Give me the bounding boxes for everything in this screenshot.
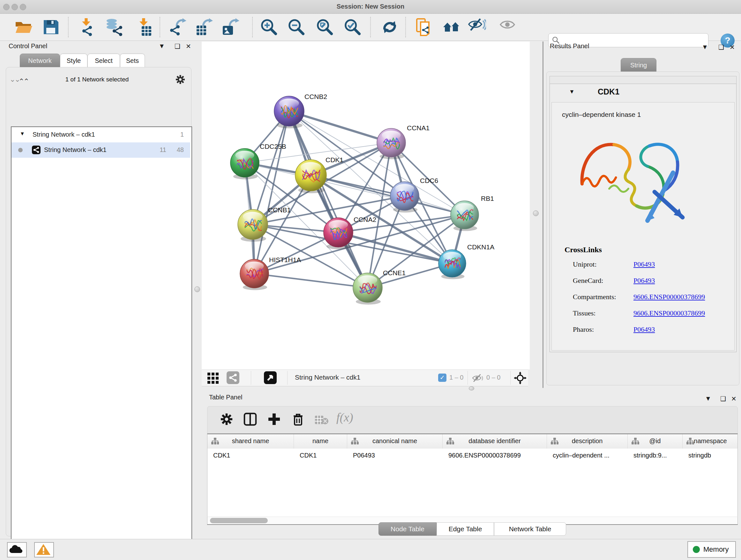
zoom-selected-button[interactable] [344, 18, 361, 36]
copy-documents-button[interactable] [415, 18, 433, 36]
hide-selected-button[interactable] [468, 18, 486, 36]
delete-column-trash-icon[interactable] [291, 412, 305, 426]
right-splitter[interactable] [542, 42, 543, 388]
fit-content-crosshair-icon[interactable] [514, 372, 527, 384]
edge-CCNB2-CCNA1[interactable] [289, 111, 391, 143]
network-canvas[interactable]: CCNB2CCNA1CDC25BCDK1CDC6RB1CCNB1CCNA2CDK… [202, 42, 530, 369]
edge-HIST1H1A-CCNE1[interactable] [254, 273, 367, 288]
node-RB1[interactable] [451, 201, 479, 231]
control-panel-menu-icon[interactable]: ▼ [158, 43, 165, 50]
collection-label: String Network – cdk1 [32, 131, 95, 138]
export-image-button[interactable] [222, 18, 240, 36]
home-neighborhood-button[interactable] [443, 18, 461, 36]
table-cell[interactable]: stringdb [688, 449, 738, 466]
crosslink-link[interactable]: P06493 [633, 325, 655, 334]
node-CDK1[interactable] [295, 160, 327, 193]
column-header-description[interactable]: description [547, 434, 628, 449]
gene-entry-body: cyclin–dependent kinase 1 [551, 102, 735, 351]
export-table-button[interactable] [196, 18, 213, 36]
import-network-file-button[interactable] [77, 18, 95, 36]
crosslink-link[interactable]: 9606.ENSP00000378699 [633, 309, 705, 317]
table-options-gear-icon[interactable] [219, 412, 233, 426]
node-CCNA1[interactable] [377, 128, 406, 159]
node-table[interactable]: shared namenamecanonical namedatabase id… [207, 434, 738, 517]
create-column-plus-icon[interactable] [267, 412, 281, 426]
memory-label: Memory [703, 545, 729, 554]
table-cell[interactable]: CDK1 [213, 449, 293, 466]
tab-node-table[interactable]: Node Table [379, 522, 436, 536]
warning-status-button[interactable] [34, 542, 54, 557]
save-session-button[interactable] [42, 18, 60, 36]
tab-select[interactable]: Select [87, 54, 120, 67]
cloud-status-button[interactable] [7, 542, 27, 557]
open-session-button[interactable] [14, 18, 32, 36]
results-panel-float-icon[interactable]: ❑ [718, 44, 724, 51]
node-CCNE1[interactable] [353, 273, 382, 305]
column-header--id[interactable]: @id [628, 434, 683, 449]
hidden-items-icon[interactable] [471, 373, 484, 383]
column-header-name[interactable]: name [294, 434, 347, 449]
node-CCNA2[interactable] [324, 218, 353, 249]
node-label-CCNA2: CCNA2 [354, 216, 376, 223]
results-panel-menu-icon[interactable]: ▼ [702, 44, 708, 51]
network-options-gear-icon[interactable] [175, 74, 186, 85]
zoom-in-button[interactable] [260, 18, 278, 36]
crosslink-link[interactable]: P06493 [633, 260, 655, 268]
show-all-button[interactable] [498, 18, 516, 36]
tab-style[interactable]: Style [60, 54, 87, 67]
grid-mode-icon[interactable] [207, 372, 219, 384]
tab-edge-table[interactable]: Edge Table [436, 522, 494, 536]
table-panel-close-icon[interactable]: ✕ [731, 395, 737, 402]
function-builder-icon[interactable]: f(x) [336, 410, 353, 424]
right-splitter-handle[interactable] [533, 210, 539, 216]
import-table-file-button[interactable] [135, 18, 153, 36]
collection-expand-icon[interactable]: ▼ [20, 131, 25, 137]
scrollbar-thumb[interactable] [210, 518, 268, 523]
node-CDC6[interactable] [390, 182, 419, 212]
results-panel-close-icon[interactable]: ✕ [730, 44, 735, 51]
crosslink-link[interactable]: 9606.ENSP00000378699 [633, 293, 705, 301]
column-header-database-identifier[interactable]: database identifier [443, 434, 547, 449]
table-cell[interactable]: CDK1 [300, 449, 347, 466]
tab-network[interactable]: Network [20, 54, 60, 67]
tab-network-table[interactable]: Network Table [494, 522, 566, 536]
node-label-CCNB2: CCNB2 [305, 93, 327, 100]
table-cell[interactable]: 9606.ENSP00000378699 [448, 449, 546, 466]
string-network-graph[interactable]: CCNB2CCNA1CDC25BCDK1CDC6RB1CCNB1CCNA2CDK… [202, 42, 530, 369]
table-cell[interactable]: stringdb:9... [633, 449, 682, 466]
refresh-button[interactable] [381, 18, 399, 36]
gene-collapse-icon[interactable]: ▼ [569, 88, 575, 95]
zoom-fit-button[interactable] [316, 18, 334, 36]
control-panel-float-icon[interactable]: ❑ [175, 43, 180, 50]
memory-button[interactable]: Memory [687, 541, 736, 558]
left-splitter-handle[interactable] [194, 287, 200, 292]
network-mode-icon[interactable] [226, 371, 239, 384]
crosslink-link[interactable]: P06493 [633, 276, 655, 285]
column-header-shared-name[interactable]: shared name [207, 434, 294, 449]
tab-sets[interactable]: Sets [120, 54, 145, 67]
export-network-button[interactable] [169, 18, 187, 36]
table-panel-float-icon[interactable]: ❑ [720, 395, 726, 402]
network-row-selected[interactable]: String Network – cdk1 11 48 [11, 142, 190, 158]
column-header-namespace[interactable]: namespace [683, 434, 738, 449]
column-header-canonical-name[interactable]: canonical name [347, 434, 443, 449]
import-network-database-button[interactable] [105, 18, 123, 36]
network-collection-row[interactable]: ▼ String Network – cdk1 1 [11, 127, 190, 142]
delete-table-icon[interactable] [315, 415, 329, 425]
table-row[interactable]: CDK1CDK1P064939606.ENSP00000378699cyclin… [207, 449, 738, 463]
control-panel-close-icon[interactable]: ✕ [186, 43, 191, 50]
table-cell[interactable]: P06493 [353, 449, 442, 466]
column-header-label: name [294, 437, 347, 445]
table-cell[interactable]: cyclin–dependent ... [553, 449, 627, 466]
table-panel-menu-icon[interactable]: ▼ [705, 395, 711, 402]
node-CDC25B[interactable] [230, 148, 259, 179]
selected-nodes-checkbox[interactable]: ✓ [438, 374, 447, 382]
show-columns-icon[interactable] [243, 412, 257, 426]
edge-RB1-HIST1H1A[interactable] [254, 215, 465, 273]
navigator-icon[interactable] [264, 371, 277, 384]
node-HIST1H1A[interactable] [240, 259, 269, 290]
node-CCNB1[interactable] [238, 209, 268, 242]
node-CDKN1A[interactable] [439, 250, 466, 279]
tab-string[interactable]: String [621, 58, 657, 72]
zoom-out-button[interactable] [287, 18, 306, 36]
